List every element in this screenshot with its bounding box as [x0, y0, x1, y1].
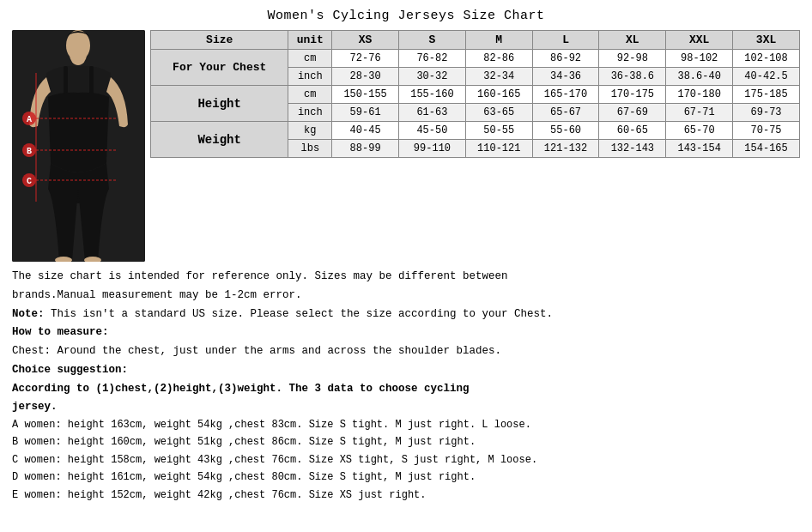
data-cell: 40-42.5	[733, 68, 800, 86]
data-cell: 59-61	[332, 104, 399, 122]
note-line2: brands.Manual measurement may be 1-2cm e…	[12, 287, 800, 304]
data-cell: 155-160	[399, 86, 466, 104]
data-cell: 99-110	[399, 140, 466, 158]
note-paragraph: Note: This isn't a standard US size. Ple…	[12, 306, 800, 323]
data-cell: 132-143	[599, 140, 666, 158]
data-cell: 175-185	[733, 86, 800, 104]
data-cell: 150-155	[332, 86, 399, 104]
col-s: S	[399, 31, 466, 50]
unit-cell: cm	[288, 86, 332, 104]
choice-label: Choice suggestion:	[12, 364, 128, 376]
examples-container: A women: height 163cm, weight 54kg ,ches…	[12, 418, 800, 503]
how-label: How to measure:	[12, 326, 109, 338]
col-xxl: XXL	[666, 31, 733, 50]
data-cell: 65-67	[532, 104, 599, 122]
note-label: Note:	[12, 308, 45, 320]
col-xl: XL	[599, 31, 666, 50]
svg-text:C: C	[27, 177, 32, 186]
data-cell: 67-71	[666, 104, 733, 122]
row-label-1: Height	[151, 86, 288, 122]
data-cell: 154-165	[733, 140, 800, 158]
data-cell: 121-132	[532, 140, 599, 158]
example-line: A women: height 163cm, weight 54kg ,ches…	[12, 418, 800, 432]
data-cell: 72-76	[332, 50, 399, 68]
data-cell: 160-165	[465, 86, 532, 104]
data-cell: 38.6-40	[666, 68, 733, 86]
example-line: D women: height 161cm, weight 54kg ,ches…	[12, 470, 800, 485]
how-text: Chest: Around the chest, just under the …	[12, 343, 800, 360]
row-label-0: For Your Chest	[151, 50, 288, 86]
data-cell: 61-63	[399, 104, 466, 122]
data-cell: 69-73	[733, 104, 800, 122]
data-cell: 36-38.6	[599, 68, 666, 86]
data-cell: 86-92	[532, 50, 599, 68]
unit-cell: lbs	[288, 140, 332, 158]
data-cell: 70-75	[733, 122, 800, 140]
choice-text2: jersey.	[12, 399, 800, 415]
data-cell: 170-175	[599, 86, 666, 104]
unit-cell: inch	[288, 104, 332, 122]
table-row: Heightcm150-155155-160160-165165-170170-…	[151, 86, 800, 104]
page-title: Women's Cylcing Jerseys Size Chart	[12, 9, 800, 23]
choice-text: According to (1)chest,(2)height,(3)weigh…	[12, 381, 800, 397]
data-cell: 45-50	[399, 122, 466, 140]
data-cell: 170-180	[666, 86, 733, 104]
col-size: Size	[151, 31, 288, 50]
main-content: A B C Size	[12, 30, 800, 262]
col-unit: unit	[288, 31, 332, 50]
col-l: L	[532, 31, 599, 50]
data-cell: 165-170	[532, 86, 599, 104]
how-paragraph: How to measure:	[12, 324, 800, 341]
choice-text-bold: According to (1)chest,(2)height,(3)weigh…	[12, 383, 470, 395]
table-header-row: Size unit XS S M L XL XXL 3XL	[151, 31, 800, 50]
unit-cell: inch	[288, 68, 332, 86]
note-text: This isn't a standard US size. Please se…	[45, 308, 554, 320]
svg-point-14	[66, 30, 90, 61]
choice-paragraph: Choice suggestion:	[12, 362, 800, 378]
data-cell: 63-65	[465, 104, 532, 122]
example-line: E women: height 152cm, weight 42kg ,ches…	[12, 488, 800, 503]
unit-cell: cm	[288, 50, 332, 68]
example-line: C women: height 158cm, weight 43kg ,ches…	[12, 453, 800, 468]
choice-text2-bold: jersey.	[12, 401, 58, 413]
data-cell: 143-154	[666, 140, 733, 158]
data-cell: 88-99	[332, 140, 399, 158]
note-line1: The size chart is intended for reference…	[12, 269, 800, 285]
table-row: For Your Chestcm72-7676-8282-8686-9292-9…	[151, 50, 800, 68]
size-chart: Size unit XS S M L XL XXL 3XL For Your C…	[150, 30, 800, 158]
data-cell: 67-69	[599, 104, 666, 122]
svg-text:B: B	[27, 147, 32, 156]
data-cell: 110-121	[465, 140, 532, 158]
col-3xl: 3XL	[733, 31, 800, 50]
data-cell: 40-45	[332, 122, 399, 140]
col-m: M	[465, 31, 532, 50]
data-cell: 82-86	[465, 50, 532, 68]
data-cell: 65-70	[666, 122, 733, 140]
data-cell: 30-32	[399, 68, 466, 86]
data-cell: 34-36	[532, 68, 599, 86]
row-label-2: Weight	[151, 122, 288, 158]
notes-section: The size chart is intended for reference…	[12, 269, 800, 505]
data-cell: 76-82	[399, 50, 466, 68]
unit-cell: kg	[288, 122, 332, 140]
data-cell: 92-98	[599, 50, 666, 68]
svg-text:A: A	[27, 115, 32, 124]
model-image: A B C	[12, 30, 145, 262]
page-container: Women's Cylcing Jerseys Size Chart	[0, 0, 812, 532]
col-xs: XS	[332, 31, 399, 50]
data-cell: 28-30	[332, 68, 399, 86]
data-cell: 102-108	[733, 50, 800, 68]
size-table-section: Size unit XS S M L XL XXL 3XL For Your C…	[150, 30, 800, 262]
data-cell: 60-65	[599, 122, 666, 140]
data-cell: 32-34	[465, 68, 532, 86]
data-cell: 50-55	[465, 122, 532, 140]
data-cell: 55-60	[532, 122, 599, 140]
table-row: Weightkg40-4545-5050-5555-6060-6565-7070…	[151, 122, 800, 140]
data-cell: 98-102	[666, 50, 733, 68]
example-line: B women: height 160cm, weight 51kg ,ches…	[12, 435, 800, 450]
